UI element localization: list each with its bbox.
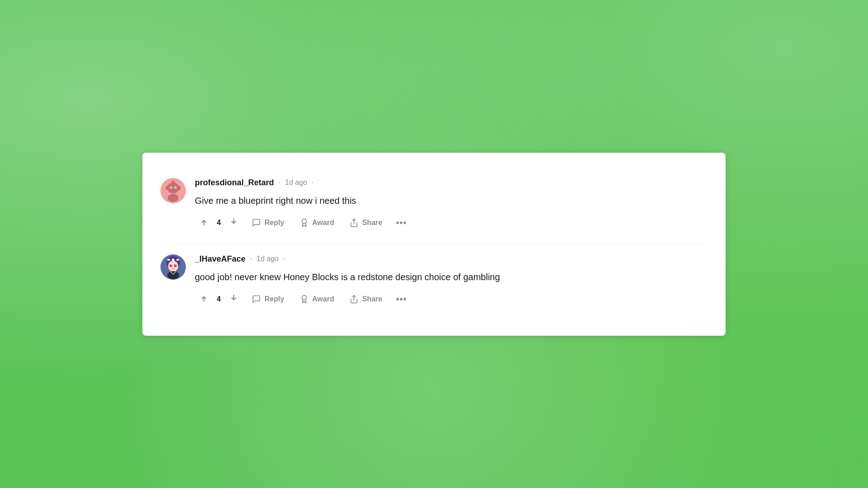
comment-timestamp: 1d ago — [285, 178, 307, 187]
vote-count: 4 — [216, 295, 222, 303]
award-icon — [300, 295, 309, 304]
svg-point-8 — [168, 194, 179, 202]
upvote-button[interactable] — [195, 214, 213, 232]
upvote-button[interactable] — [195, 290, 213, 309]
reply-button[interactable]: Reply — [245, 291, 291, 307]
comment-text: Give me a blueprint right now i need thi… — [195, 194, 708, 207]
upvote-icon — [199, 294, 208, 303]
comments-card: profesdional_Retard · 1d ago · Give me a… — [142, 153, 726, 336]
comment-meta-dot: · — [311, 178, 313, 187]
comment-meta-separator: · — [250, 255, 252, 263]
comment-actions: 4 Reply — [195, 290, 708, 309]
avatar — [160, 254, 186, 280]
svg-point-23 — [167, 271, 179, 279]
comment-username: _IHaveAFace — [195, 254, 245, 264]
more-icon: ••• — [396, 294, 407, 304]
reply-button[interactable]: Reply — [245, 215, 291, 231]
svg-point-7 — [175, 187, 176, 188]
comment-timestamp: 1d ago — [257, 255, 279, 263]
comment-username: profesdional_Retard — [195, 178, 274, 188]
reply-icon — [252, 218, 261, 227]
comment-header: _IHaveAFace · 1d ago · — [195, 254, 708, 264]
svg-point-9 — [165, 186, 169, 190]
svg-point-19 — [170, 264, 172, 267]
award-button[interactable]: Award — [293, 215, 341, 231]
award-button[interactable]: Award — [293, 291, 341, 307]
reply-icon — [252, 295, 261, 304]
share-button[interactable]: Share — [343, 291, 388, 307]
svg-point-22 — [175, 264, 176, 265]
svg-point-20 — [174, 264, 177, 267]
comment-meta-separator: · — [278, 178, 280, 187]
award-icon — [300, 218, 309, 227]
more-options-button[interactable]: ••• — [392, 214, 411, 232]
comment-item: _IHaveAFace · 1d ago · good job! never k… — [160, 243, 708, 319]
svg-point-6 — [170, 187, 171, 188]
downvote-icon — [229, 217, 238, 226]
upvote-icon — [199, 217, 208, 226]
comment-body: profesdional_Retard · 1d ago · Give me a… — [195, 178, 708, 232]
avatar-image — [160, 254, 186, 280]
svg-point-21 — [171, 264, 172, 265]
downvote-icon — [229, 294, 238, 303]
more-icon: ••• — [396, 218, 407, 228]
vote-count: 4 — [216, 219, 222, 227]
more-options-button[interactable]: ••• — [392, 291, 411, 308]
comment-item: profesdional_Retard · 1d ago · Give me a… — [160, 167, 708, 243]
avatar-image — [160, 178, 186, 203]
comment-meta-dot: · — [283, 255, 285, 263]
share-icon — [349, 218, 359, 227]
comment-text: good job! never knew Honey Blocks is a r… — [195, 270, 708, 284]
share-button[interactable]: Share — [343, 215, 388, 231]
comment-body: _IHaveAFace · 1d ago · good job! never k… — [195, 254, 708, 309]
avatar — [160, 178, 186, 203]
svg-point-10 — [177, 186, 181, 190]
downvote-button[interactable] — [225, 290, 243, 309]
comment-actions: 4 Reply — [195, 214, 708, 232]
share-icon — [349, 295, 359, 304]
downvote-button[interactable] — [225, 214, 243, 232]
comment-header: profesdional_Retard · 1d ago · — [195, 178, 708, 188]
